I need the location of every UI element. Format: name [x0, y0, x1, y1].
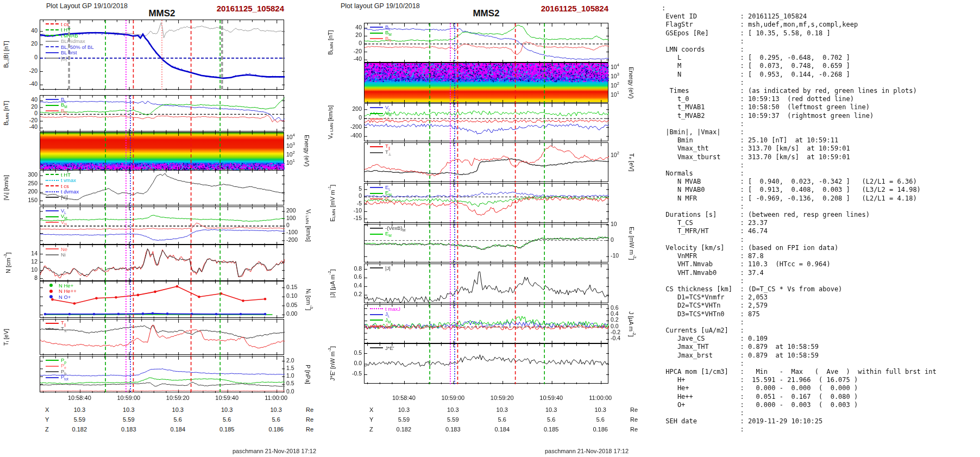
- panel-j-dot-e: J*E': [364, 343, 608, 384]
- y-axis-label: Ve LMN [km/s]: [327, 103, 334, 141]
- te-series: [365, 159, 609, 174]
- y-tick-label: 0.5: [340, 349, 362, 356]
- legend-line: [46, 58, 59, 59]
- legend-line: [370, 314, 383, 315]
- y-tick-label: -10: [340, 207, 362, 214]
- panel-electron-spectrogram: [364, 62, 608, 103]
- info-line: Times : (as indicated by red, green line…: [662, 87, 980, 95]
- y-tick-label: 0.4: [611, 310, 619, 317]
- legend-entry: N O+: [46, 294, 77, 300]
- y-tick-label: 0: [611, 236, 614, 243]
- legend-entry: N He++: [46, 289, 77, 295]
- legend-entry: T⊥: [46, 327, 67, 333]
- info-line: Jmax_brst : 0.879 at 10:58:59: [662, 352, 980, 360]
- legend-entry: EN: [370, 196, 392, 202]
- legend-entry: T⊥: [370, 150, 392, 156]
- legend-line: [370, 193, 383, 194]
- pos-value: 0.185: [544, 426, 559, 433]
- legend-entry: Ne: [46, 246, 67, 252]
- legend-entry: EM: [370, 231, 405, 237]
- legend-label: JN: [385, 322, 391, 329]
- info-line: O+ : 0.000 - 0.003 ( 0.003 ): [662, 401, 980, 409]
- legend-label: Ni: [61, 252, 66, 258]
- legend-line: [46, 35, 59, 36]
- info-line: Velocity [km/s] : (based on FPI ion data…: [662, 244, 980, 252]
- legend-line: [370, 146, 383, 147]
- legend-label: VN: [61, 219, 67, 226]
- j-mag-plot: [365, 264, 609, 304]
- j-mag-series: [365, 272, 609, 303]
- pos-value: 5.59: [447, 416, 458, 423]
- y-tick-label: 0.2: [611, 316, 619, 323]
- legend-line: [370, 33, 383, 34]
- legend-label: BN: [385, 35, 391, 42]
- legend-label: N He+: [59, 283, 73, 289]
- pos-value: 5.6: [547, 416, 555, 423]
- legend-line: [46, 29, 59, 30]
- electron-spectrogram-plot: [365, 63, 609, 103]
- e-lmn-series: [365, 197, 609, 216]
- legend-marker: [49, 290, 53, 293]
- ve-lmn-legend: VLVMVN: [370, 105, 392, 122]
- legend-marker: [49, 284, 53, 287]
- pos-value: 10.3: [545, 406, 557, 413]
- ve-lmn-series: [365, 120, 609, 123]
- pos-value: 5.59: [398, 416, 410, 423]
- y-tick-label: 10: [611, 221, 617, 227]
- legend-entry: Ni: [46, 252, 67, 258]
- y-tick-label: -0.4: [611, 335, 620, 341]
- legend-line: [46, 52, 59, 53]
- info-line: :: [662, 4, 980, 12]
- legend-entry: t cs: [46, 183, 79, 189]
- b-lmn-plot: [365, 23, 609, 63]
- pos-unit: Re: [630, 426, 638, 433]
- info-line: FlagStr : msh,udef,mon,mf,s,compl,keep: [662, 21, 980, 29]
- left-footer: paschmann 21-Nov-2018 17:12: [215, 448, 334, 454]
- legend-entry: Ptot: [46, 375, 68, 381]
- pos-row-label: X: [369, 406, 373, 413]
- y-tick-label: 103: [611, 72, 619, 79]
- legend-entry: BN: [46, 108, 67, 114]
- legend-line: [46, 180, 59, 181]
- x-axis-time-label: 10:59:00: [441, 395, 464, 401]
- legend-label: Ne: [61, 246, 67, 252]
- pos-value: 10.3: [497, 406, 508, 413]
- legend-entry: t cs: [46, 21, 94, 27]
- y-axis-label: ELMN [mV m-1]: [327, 183, 336, 223]
- y-axis-label-right: Te [eV]: [628, 142, 635, 182]
- legend-entry: t vmax: [46, 178, 79, 184]
- legend-entry: J*E': [370, 345, 394, 351]
- info-line: Jave_CS : 0.109: [662, 335, 980, 343]
- legend-entry: t MVAB: [46, 33, 94, 39]
- info-line: CS thickness [km] : (D=T_CS * Vs from ab…: [662, 285, 980, 293]
- panel-e-lmn: ELEMEN: [364, 183, 608, 223]
- y-tick-label: 104: [611, 62, 619, 70]
- x-axis-time-label: 10:59:40: [539, 395, 563, 401]
- info-line: |Bmin|, |Vmax| :: [662, 128, 980, 136]
- info-line: t_MVAB1 : 10:58:50 (leftmost green line): [662, 103, 980, 111]
- y-tick-label: -10: [611, 252, 619, 259]
- info-line: L : [ 0.295, -0.648, 0.702 ]: [662, 54, 980, 62]
- pos-value: 5.6: [498, 416, 506, 423]
- legend-line: [46, 41, 59, 42]
- b-lmn-series: [365, 28, 609, 60]
- info-line: :: [662, 203, 980, 211]
- panel-b-lmn: BLBMBN: [364, 23, 608, 62]
- info-line: LMN coords :: [662, 46, 980, 54]
- legend-line: [46, 248, 59, 249]
- info-line: :: [662, 425, 980, 434]
- y-tick-label: -15: [340, 215, 362, 221]
- x-axis-time-label: 10:59:20: [491, 395, 514, 401]
- pos-value: 0.182: [397, 426, 412, 433]
- legend-entry: VN: [46, 220, 67, 226]
- info-line: :: [662, 120, 980, 128]
- pos-value: 0.184: [494, 426, 510, 433]
- pos-value: 10.3: [594, 406, 606, 413]
- legend-label: BL, 50% of BL: [61, 44, 94, 50]
- legend-label: EN: [385, 196, 391, 203]
- legend-line: [46, 210, 59, 211]
- y-tick-label: 5: [340, 185, 362, 192]
- y-tick-label: 40: [340, 24, 362, 30]
- legend-entry: BLmidmax: [46, 39, 94, 45]
- legend-line: [370, 347, 383, 348]
